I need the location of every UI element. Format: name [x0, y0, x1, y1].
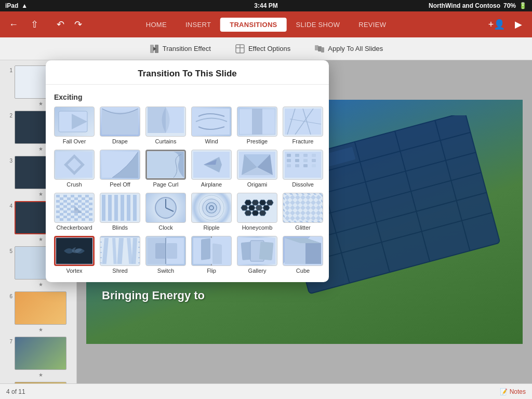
- transition-peel-off[interactable]: Peel Off: [99, 149, 141, 189]
- tab-bar: HOME INSERT TRANSITIONS SLIDE SHOW REVIE…: [137, 18, 396, 32]
- svg-marker-74: [241, 205, 248, 210]
- slide-num-2: 2: [4, 113, 12, 118]
- transition-origami[interactable]: Origami: [236, 149, 278, 189]
- thumb-wind: [191, 107, 232, 137]
- tab-review[interactable]: REVIEW: [349, 18, 395, 32]
- thumb-checkerboard: [54, 193, 95, 223]
- secondary-toolbar: Transition Effect Effect Options Apply T…: [0, 37, 532, 60]
- svg-rect-54: [303, 164, 308, 167]
- back-button[interactable]: ←: [5, 16, 22, 33]
- notes-button[interactable]: 📝 Notes: [500, 388, 526, 395]
- label-wind: Wind: [205, 138, 218, 144]
- transition-effect-btn[interactable]: Transition Effect: [145, 42, 215, 56]
- undo-button[interactable]: ↶: [52, 16, 69, 33]
- status-bar: iPad ▲ 3:44 PM NorthWind and Contoso 70%…: [0, 0, 532, 11]
- svg-point-67: [206, 203, 217, 213]
- svg-rect-94: [155, 243, 166, 259]
- status-time: 3:44 PM: [254, 2, 277, 9]
- svg-rect-8: [321, 47, 324, 52]
- label-cube: Cube: [296, 268, 310, 274]
- slide-thumb-8[interactable]: 8 ★: [3, 381, 73, 383]
- thumb-img-8: [15, 382, 66, 383]
- transition-ripple[interactable]: Ripple: [190, 192, 233, 232]
- label-drape: Drape: [112, 138, 128, 144]
- label-clock: Clock: [158, 224, 173, 231]
- present-button[interactable]: ▶: [510, 16, 527, 33]
- transition-vortex[interactable]: Vortex: [53, 235, 96, 275]
- transition-dissolve[interactable]: Dissolve: [282, 149, 324, 189]
- transition-cube[interactable]: Cube: [282, 235, 324, 275]
- toolbar-left: ← ⇧ ↶ ↷: [5, 16, 86, 33]
- transition-popup: Transition To This Slide Exciting Fall O…: [46, 60, 329, 282]
- star-1: ★: [38, 101, 43, 107]
- battery-icon: 🔋: [519, 2, 527, 9]
- redo-button[interactable]: ↷: [70, 16, 86, 33]
- label-dissolve: Dissolve: [292, 181, 314, 188]
- transition-switch[interactable]: Switch: [144, 235, 187, 275]
- slide-overlay-text: Bringing Energy to: [102, 289, 205, 302]
- svg-rect-52: [287, 164, 291, 167]
- transition-crush[interactable]: Crush: [53, 149, 96, 189]
- toolbar-right: +👤 ▶: [488, 16, 527, 33]
- thumb-glitter: [283, 193, 323, 223]
- svg-rect-51: [312, 159, 316, 162]
- label-fall-over: Fall Over: [63, 138, 86, 144]
- svg-rect-97: [201, 238, 210, 260]
- apply-all-icon: [314, 44, 325, 54]
- svg-rect-29: [285, 109, 321, 135]
- svg-rect-48: [287, 159, 291, 162]
- slide-num-1: 1: [4, 68, 12, 73]
- transition-honeycomb[interactable]: Honeycomb: [236, 192, 278, 232]
- page-info: 4 of 11: [6, 388, 25, 395]
- transition-checkerboard[interactable]: Checkerboard: [53, 192, 96, 232]
- transition-blinds[interactable]: Blinds: [99, 192, 141, 232]
- tab-transitions[interactable]: TRANSITIONS: [220, 18, 286, 32]
- transition-fall-over[interactable]: Fall Over: [53, 105, 96, 145]
- star-3: ★: [38, 191, 43, 197]
- popup-title: Transition To This Slide: [46, 60, 329, 85]
- notes-label: Notes: [510, 388, 526, 395]
- tab-home[interactable]: HOME: [137, 18, 176, 32]
- slide-num-3: 3: [4, 158, 12, 164]
- transition-fracture[interactable]: Fracture: [282, 105, 324, 145]
- slide-thumb-7[interactable]: 7 ★: [3, 336, 73, 379]
- svg-rect-45: [295, 154, 299, 157]
- slide-thumb-6[interactable]: 6 ★: [3, 290, 73, 334]
- transition-flip[interactable]: Flip: [190, 235, 233, 275]
- transition-page-curl[interactable]: Page Curl: [144, 149, 187, 189]
- share-button[interactable]: ⇧: [26, 16, 43, 33]
- transition-glitter[interactable]: Glitter: [282, 192, 324, 232]
- label-ripple: Ripple: [203, 224, 219, 231]
- add-user-button[interactable]: +👤: [488, 16, 505, 33]
- transition-shred[interactable]: Shred: [99, 235, 141, 275]
- transitions-grid: Fall Over Drape: [53, 105, 322, 275]
- transition-clock[interactable]: Clock: [144, 192, 187, 232]
- svg-point-66: [209, 206, 214, 210]
- label-switch: Switch: [157, 268, 174, 274]
- transition-drape[interactable]: Drape: [99, 105, 141, 145]
- apply-to-all-btn[interactable]: Apply To All Slides: [310, 42, 387, 56]
- svg-rect-46: [303, 154, 308, 157]
- svg-marker-75: [248, 205, 255, 210]
- thumb-fracture: [283, 107, 323, 137]
- transition-prestige[interactable]: Prestige: [236, 105, 278, 145]
- transition-airplane[interactable]: Airplane: [190, 149, 233, 189]
- transition-effect-label: Transition Effect: [163, 45, 211, 52]
- status-right: NorthWind and Contoso 70% 🔋: [429, 2, 527, 9]
- thumb-dissolve: [283, 150, 323, 180]
- tab-slideshow[interactable]: SLIDE SHOW: [287, 18, 350, 32]
- transition-gallery[interactable]: Gallery: [236, 235, 278, 275]
- thumb-flip: [191, 236, 232, 266]
- transition-wind[interactable]: Wind: [190, 105, 233, 145]
- thumb-fall-over: [54, 107, 95, 137]
- main-toolbar: ← ⇧ ↶ ↷ HOME INSERT TRANSITIONS SLIDE SH…: [0, 11, 532, 37]
- svg-rect-7: [318, 46, 322, 51]
- effect-options-btn[interactable]: Effect Options: [231, 42, 295, 56]
- star-6: ★: [38, 327, 43, 332]
- label-blinds: Blinds: [112, 224, 128, 231]
- svg-rect-47: [312, 154, 316, 157]
- transition-curtains[interactable]: Curtains: [144, 105, 187, 145]
- svg-rect-0: [150, 45, 154, 53]
- svg-rect-44: [287, 154, 291, 157]
- tab-insert[interactable]: INSERT: [176, 18, 220, 32]
